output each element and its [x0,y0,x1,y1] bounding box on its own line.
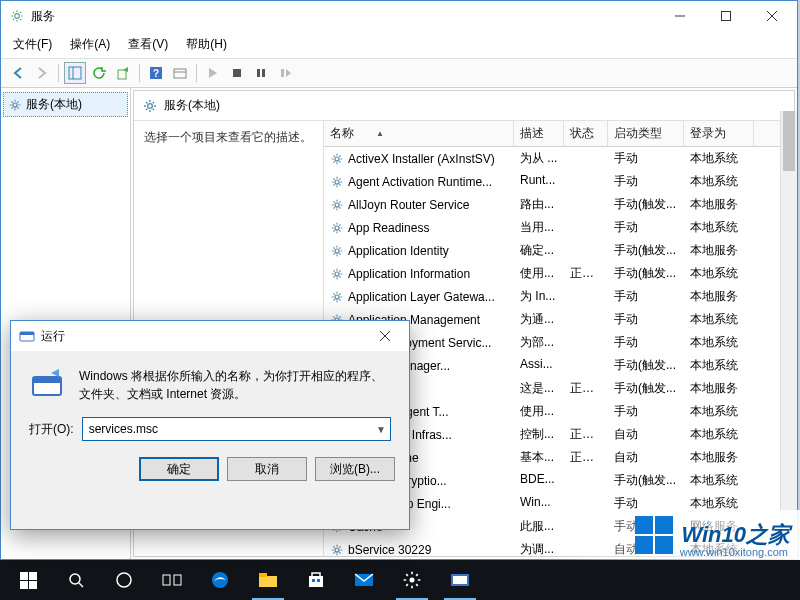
minimize-button[interactable] [657,1,703,31]
ok-button[interactable]: 确定 [139,457,219,481]
menu-action[interactable]: 操作(A) [62,33,118,56]
show-hide-button[interactable] [64,62,86,84]
cortana-icon[interactable] [100,560,148,600]
task-view-icon[interactable] [148,560,196,600]
run-input[interactable] [83,420,372,438]
restart-service-button[interactable] [274,62,296,84]
window-title: 服务 [31,8,657,25]
gear-icon [330,198,344,212]
svg-line-43 [79,583,83,587]
gear-icon [8,98,22,112]
service-logon: 本地系统 [684,332,754,353]
service-desc: 为 In... [514,286,564,307]
service-start-type: 手动(触发... [608,378,684,399]
vertical-scrollbar[interactable] [780,111,797,519]
maximize-button[interactable] [703,1,749,31]
service-row[interactable]: Agent Activation Runtime...Runt...手动本地系统 [324,170,794,193]
col-name[interactable]: 名称▲ [324,121,514,146]
run-combobox[interactable]: ▼ [82,417,391,441]
service-status: 正在... [564,447,608,468]
detail-header: 服务(本地) [134,91,794,121]
svg-point-17 [148,103,153,108]
service-desc: 确定... [514,240,564,261]
service-name: ActiveX Installer (AxInstSV) [348,152,495,166]
scrollbar-thumb[interactable] [783,111,795,171]
open-label: 打开(O): [29,421,74,438]
titlebar: 服务 [1,1,797,31]
service-status: 正在... [564,378,608,399]
col-logon[interactable]: 登录为 [684,121,754,146]
refresh-button[interactable] [88,62,110,84]
menu-view[interactable]: 查看(V) [120,33,176,56]
help-button[interactable]: ? [145,62,167,84]
properties-button[interactable] [169,62,191,84]
service-status [564,332,608,353]
svg-point-20 [335,202,339,206]
service-logon: 本地服务 [684,447,754,468]
svg-rect-37 [20,332,34,335]
store-icon[interactable] [292,560,340,600]
close-button[interactable] [749,1,795,31]
start-button[interactable] [4,560,52,600]
forward-button[interactable] [31,62,53,84]
service-row[interactable]: Application Information使用...正在...手动(触发..… [324,262,794,285]
chevron-down-icon[interactable]: ▼ [372,424,390,435]
tree-item-services-local[interactable]: 服务(本地) [3,92,128,117]
svg-point-24 [335,294,339,298]
gear-icon [330,267,344,281]
service-status [564,355,608,376]
gear-icon [142,98,158,114]
search-icon[interactable] [52,560,100,600]
col-desc[interactable]: 描述 [514,121,564,146]
col-status[interactable]: 状态 [564,121,608,146]
service-desc: 为通... [514,309,564,330]
service-name: Application Information [348,267,470,281]
stop-service-button[interactable] [226,62,248,84]
browse-button[interactable]: 浏览(B)... [315,457,395,481]
run-close-button[interactable] [363,321,407,351]
mail-icon[interactable] [340,560,388,600]
export-button[interactable] [112,62,134,84]
service-start-type: 手动 [608,309,684,330]
service-start-type: 手动(触发... [608,194,684,215]
svg-rect-50 [309,576,323,587]
svg-rect-2 [722,12,731,21]
gear-icon [330,244,344,258]
service-start-type: 手动 [608,286,684,307]
svg-point-19 [335,179,339,183]
col-start[interactable]: 启动类型 [608,121,684,146]
svg-point-47 [212,572,228,588]
service-status [564,286,608,307]
service-logon: 本地系统 [684,309,754,330]
service-start-type: 手动 [608,401,684,422]
service-start-type: 手动 [608,217,684,238]
pause-service-button[interactable] [250,62,272,84]
service-row[interactable]: ActiveX Installer (AxInstSV)为从 ...手动本地系统 [324,147,794,170]
service-row[interactable]: App Readiness当用...手动本地系统 [324,216,794,239]
services-taskbar-icon[interactable] [436,560,484,600]
service-row[interactable]: Application Layer Gatewa...为 In...手动本地服务 [324,285,794,308]
service-row[interactable]: AllJoyn Router Service路由...手动(触发...本地服务 [324,193,794,216]
service-desc: 使用... [514,263,564,284]
menu-file[interactable]: 文件(F) [5,33,60,56]
service-logon: 本地系统 [684,171,754,192]
service-desc: 使用... [514,401,564,422]
menu-help[interactable]: 帮助(H) [178,33,235,56]
svg-rect-10 [174,69,186,78]
start-service-button[interactable] [202,62,224,84]
svg-text:?: ? [153,68,159,79]
back-button[interactable] [7,62,29,84]
service-row[interactable]: Application Identity确定...手动(触发...本地服务 [324,239,794,262]
run-dialog: 运行 Windows 将根据你所输入的名称，为你打开相应的程序、文件夹、文档或 … [10,320,410,530]
gear-icon [330,290,344,304]
file-explorer-icon[interactable] [244,560,292,600]
service-logon: 本地系统 [684,424,754,445]
cancel-button[interactable]: 取消 [227,457,307,481]
edge-icon[interactable] [196,560,244,600]
svg-rect-7 [118,70,126,79]
svg-rect-14 [262,69,265,77]
service-logon: 本地服务 [684,378,754,399]
service-start-type: 自动 [608,447,684,468]
svg-rect-52 [317,579,320,582]
settings-icon[interactable] [388,560,436,600]
